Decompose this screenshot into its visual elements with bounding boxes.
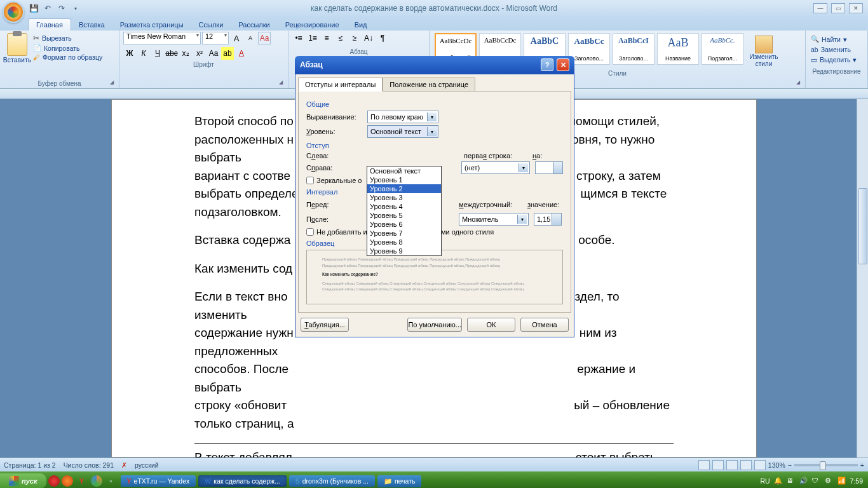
reading-view-button[interactable]: [712, 460, 724, 470]
zoom-level[interactable]: 130%: [768, 461, 785, 469]
tray-icon[interactable]: 🖥: [787, 477, 796, 485]
draft-view-button[interactable]: [754, 460, 766, 470]
dialog-help-button[interactable]: ?: [541, 58, 553, 71]
level-option[interactable]: Уровень 6: [367, 220, 441, 229]
ql-chrome-icon[interactable]: [91, 475, 102, 487]
level-option[interactable]: Уровень 2: [367, 184, 441, 193]
language[interactable]: русский: [135, 461, 159, 469]
clipboard-launcher-icon[interactable]: ◢: [110, 79, 118, 87]
ql-opera-icon[interactable]: [48, 475, 60, 487]
paste-button[interactable]: Вставить: [4, 32, 31, 79]
format-painter-button[interactable]: 🖌Формат по образцу: [33, 53, 102, 62]
save-icon[interactable]: 💾: [28, 3, 39, 14]
outline-level-select[interactable]: Основной текст: [367, 125, 438, 138]
close-window-button[interactable]: ✕: [849, 3, 863, 13]
font-color-button[interactable]: A: [235, 47, 248, 60]
alignment-select[interactable]: По левому краю: [367, 111, 438, 123]
level-option[interactable]: Уровень 7: [367, 229, 441, 238]
office-button[interactable]: [3, 1, 24, 23]
underline-button[interactable]: Ч: [151, 47, 164, 60]
dialog-titlebar[interactable]: Абзац ? ✕: [295, 56, 574, 74]
change-styles-button[interactable]: Изменить стили: [746, 33, 782, 67]
tray-icon[interactable]: 🔊: [799, 477, 808, 485]
font-name-select[interactable]: Times New Roman: [123, 32, 201, 44]
case-button[interactable]: Aa: [207, 47, 220, 60]
select-button[interactable]: ▭Выделить ▾: [811, 55, 862, 64]
ql-more-icon[interactable]: »: [104, 474, 118, 488]
undo-icon[interactable]: ↶: [42, 3, 53, 14]
tab-view[interactable]: Вид: [347, 19, 375, 30]
tray-icon[interactable]: ⚙: [825, 477, 834, 485]
level-option[interactable]: Уровень 1: [367, 175, 441, 184]
tab-home[interactable]: Главная: [28, 18, 71, 30]
grow-font-icon[interactable]: A: [230, 32, 243, 44]
style-item[interactable]: AaBНазвание: [657, 33, 699, 65]
subscript-button[interactable]: x₂: [179, 47, 192, 60]
start-button[interactable]: пуск: [0, 473, 46, 488]
default-button[interactable]: По умолчанию...: [407, 318, 462, 332]
restore-button[interactable]: ▭: [831, 3, 845, 13]
vertical-scrollbar[interactable]: [857, 99, 868, 458]
zoom-slider[interactable]: [794, 464, 858, 466]
level-option[interactable]: Основной текст: [367, 166, 441, 175]
bullets-button[interactable]: •≡: [292, 32, 305, 44]
style-item[interactable]: AaBbCc.Подзагол...: [702, 33, 743, 65]
bold-button[interactable]: Ж: [123, 47, 136, 60]
tab-layout[interactable]: Разметка страницы: [112, 19, 191, 30]
show-marks-button[interactable]: ¶: [376, 32, 389, 44]
tab-review[interactable]: Рецензирование: [278, 19, 347, 30]
scroll-thumb[interactable]: [858, 188, 867, 264]
decrease-indent-button[interactable]: ≤: [334, 32, 347, 44]
sort-button[interactable]: A↓: [362, 32, 375, 44]
line-spacing-at-input[interactable]: 1,15: [534, 213, 562, 226]
numbering-button[interactable]: 1≡: [306, 32, 319, 44]
ql-yandex-icon[interactable]: Y: [75, 474, 89, 488]
tab-mailings[interactable]: Рассылки: [231, 19, 277, 30]
styles-launcher-icon[interactable]: ◢: [796, 79, 804, 87]
redo-icon[interactable]: ↷: [56, 3, 67, 14]
shrink-font-icon[interactable]: A: [244, 32, 257, 44]
page-count[interactable]: Страница: 1 из 2: [4, 461, 56, 469]
level-option[interactable]: Уровень 8: [367, 238, 441, 247]
tab-insert[interactable]: Вставка: [71, 19, 112, 30]
level-option[interactable]: Уровень 5: [367, 211, 441, 220]
web-view-button[interactable]: [726, 460, 738, 470]
clear-format-icon[interactable]: Aa: [258, 32, 271, 44]
copy-button[interactable]: 📄Копировать: [33, 43, 102, 53]
line-spacing-select[interactable]: Множитель: [459, 213, 529, 226]
tabs-button[interactable]: Табуляция...: [301, 318, 349, 332]
outline-view-button[interactable]: [740, 460, 752, 470]
tab-references[interactable]: Ссылки: [191, 19, 231, 30]
no-space-checkbox[interactable]: [306, 228, 314, 236]
first-line-select[interactable]: (нет): [461, 161, 530, 174]
word-count[interactable]: Число слов: 291: [64, 461, 114, 469]
strike-button[interactable]: abc: [165, 47, 178, 60]
cancel-button[interactable]: Отмена: [520, 318, 569, 332]
increase-indent-button[interactable]: ≥: [348, 32, 361, 44]
ql-firefox-icon[interactable]: [62, 475, 73, 487]
find-button[interactable]: 🔍Найти ▾: [811, 34, 862, 44]
dialog-tab-indents[interactable]: Отступы и интервалы: [298, 78, 383, 92]
tray-icon[interactable]: 🔔: [774, 477, 783, 485]
level-option[interactable]: Уровень 4: [367, 202, 441, 211]
language-indicator[interactable]: RU: [760, 477, 770, 485]
style-item[interactable]: AaBbCcIЗаголово...: [613, 33, 654, 65]
qat-dropdown-icon[interactable]: ▾: [70, 3, 81, 14]
taskbar-item[interactable]: Sdronx3m (Бунчиков ...: [289, 475, 375, 487]
minimize-button[interactable]: —: [813, 3, 827, 13]
tray-icon[interactable]: 🛡: [812, 477, 821, 485]
dialog-tab-position[interactable]: Положение на странице: [383, 78, 475, 92]
replace-button[interactable]: abЗаменить: [811, 45, 862, 54]
superscript-button[interactable]: x²: [193, 47, 206, 60]
ok-button[interactable]: ОК: [467, 318, 515, 332]
level-option[interactable]: Уровень 3: [367, 193, 441, 202]
italic-button[interactable]: К: [137, 47, 150, 60]
clock[interactable]: 7:59: [850, 477, 863, 485]
cut-button[interactable]: ✂Вырезать: [33, 33, 102, 43]
highlight-button[interactable]: ab: [221, 47, 234, 60]
taskbar-item[interactable]: 📁печать: [377, 475, 422, 487]
print-layout-view-button[interactable]: [698, 460, 710, 470]
zoom-in-button[interactable]: +: [860, 461, 864, 469]
font-launcher-icon[interactable]: ◢: [279, 79, 287, 87]
spell-icon[interactable]: ✗: [121, 461, 127, 469]
